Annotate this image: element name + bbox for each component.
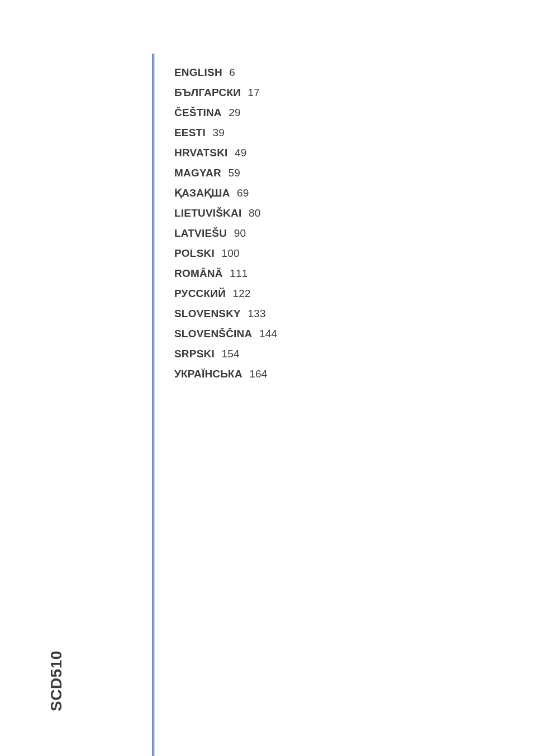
toc-language: POLSKI — [174, 247, 215, 259]
toc-page-number: 100 — [221, 247, 239, 259]
model-label: SCD510 — [47, 650, 65, 711]
toc-page-number: 49 — [235, 147, 247, 159]
toc-language: ENGLISH — [174, 66, 222, 78]
toc-entry: POLSKI 100 — [174, 246, 277, 261]
table-of-contents: ENGLISH 6 БЪЛГАРСКИ 17 ČEŠTINA 29 EESTI … — [174, 65, 277, 386]
toc-page-number: 111 — [230, 267, 248, 279]
toc-entry: SLOVENŠČINA 144 — [174, 326, 277, 342]
toc-page-number: 39 — [212, 127, 225, 138]
vertical-rule — [152, 54, 155, 756]
toc-language: HRVATSKI — [174, 147, 228, 159]
toc-language: УКРАЇНСЬКА — [174, 368, 242, 380]
toc-language: РУССКИЙ — [174, 288, 226, 299]
toc-entry: MAGYAR 59 — [174, 165, 277, 181]
toc-page-number: 154 — [221, 348, 239, 360]
toc-page-number: 17 — [248, 87, 260, 98]
toc-page-number: 164 — [249, 368, 267, 380]
toc-language: LIETUVIŠKAI — [174, 207, 241, 219]
toc-language: LATVIEŠU — [174, 227, 227, 239]
toc-page-number: 80 — [249, 207, 261, 219]
toc-entry: EESTI 39 — [174, 125, 277, 141]
toc-page-number: 122 — [232, 288, 250, 299]
toc-language: SLOVENŠČINA — [174, 328, 252, 339]
toc-page-number: 59 — [228, 167, 240, 179]
toc-entry: ENGLISH 6 — [174, 65, 277, 80]
toc-page-number: 29 — [229, 107, 241, 118]
toc-entry: УКРАЇНСЬКА 164 — [174, 366, 277, 382]
toc-page-number: 6 — [229, 66, 235, 78]
toc-language: MAGYAR — [174, 167, 221, 179]
toc-entry: ČEŠTINA 29 — [174, 105, 277, 121]
toc-entry: HRVATSKI 49 — [174, 145, 277, 161]
toc-page-number: 69 — [237, 187, 249, 199]
toc-entry: SRPSKI 154 — [174, 346, 277, 362]
toc-entry: LATVIEŠU 90 — [174, 226, 277, 241]
toc-language: ROMÂNĂ — [174, 267, 223, 279]
toc-entry: SLOVENSKY 133 — [174, 306, 277, 322]
toc-language: ҚАЗАҚША — [174, 187, 230, 199]
toc-entry: БЪЛГАРСКИ 17 — [174, 85, 277, 101]
toc-entry: ҚАЗАҚША 69 — [174, 185, 277, 201]
toc-language: SRPSKI — [174, 348, 215, 360]
toc-entry: ROMÂNĂ 111 — [174, 266, 277, 281]
toc-language: SLOVENSKY — [174, 308, 241, 319]
toc-language: EESTI — [174, 127, 206, 138]
toc-entry: LIETUVIŠKAI 80 — [174, 205, 277, 221]
toc-language: ČEŠTINA — [174, 107, 222, 118]
toc-page-number: 133 — [248, 308, 265, 319]
toc-page-number: 90 — [234, 227, 246, 239]
toc-entry: РУССКИЙ 122 — [174, 286, 277, 302]
toc-page-number: 144 — [259, 328, 277, 339]
toc-language: БЪЛГАРСКИ — [174, 87, 241, 98]
